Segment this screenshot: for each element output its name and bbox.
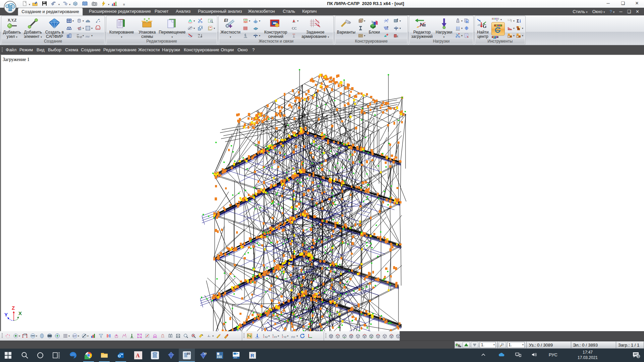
svg-text:EI: EI bbox=[224, 18, 228, 23]
svg-text:№: № bbox=[458, 345, 461, 348]
svg-text:Y: Y bbox=[4, 312, 8, 317]
svg-text:1: 1 bbox=[263, 334, 264, 336]
svg-text:G: G bbox=[483, 23, 487, 29]
svg-text:3: 3 bbox=[638, 355, 639, 358]
svg-text:1: 1 bbox=[282, 334, 283, 336]
svg-text:YZ: YZ bbox=[283, 336, 287, 338]
svg-text:EF: EF bbox=[73, 335, 76, 338]
svg-text:1.2): 1.2) bbox=[507, 19, 512, 21]
svg-text:XY: XY bbox=[274, 336, 277, 338]
svg-text:X,Y,Z: X,Y,Z bbox=[8, 18, 17, 22]
svg-text:20: 20 bbox=[187, 352, 190, 355]
svg-text:CC: CC bbox=[292, 26, 297, 30]
svg-text:A: A bbox=[136, 353, 140, 358]
svg-text:XZ: XZ bbox=[265, 336, 268, 338]
svg-text:C: C bbox=[517, 36, 519, 38]
svg-text:.L.: .L. bbox=[207, 334, 211, 338]
svg-text:1,2.: 1,2. bbox=[198, 36, 201, 38]
svg-text:R: R bbox=[251, 353, 254, 358]
svg-text:Σ: Σ bbox=[517, 18, 519, 23]
svg-text:2020: 2020 bbox=[233, 357, 237, 359]
svg-text:X: X bbox=[18, 310, 22, 316]
svg-text:£: £ bbox=[397, 35, 398, 38]
svg-text:f(x,y): f(x,y) bbox=[77, 36, 82, 38]
svg-text:1: 1 bbox=[272, 334, 274, 336]
svg-text:№: № bbox=[198, 34, 200, 36]
svg-text:Z: Z bbox=[12, 306, 15, 311]
svg-text:C: C bbox=[508, 36, 510, 38]
svg-text:20: 20 bbox=[204, 352, 207, 355]
